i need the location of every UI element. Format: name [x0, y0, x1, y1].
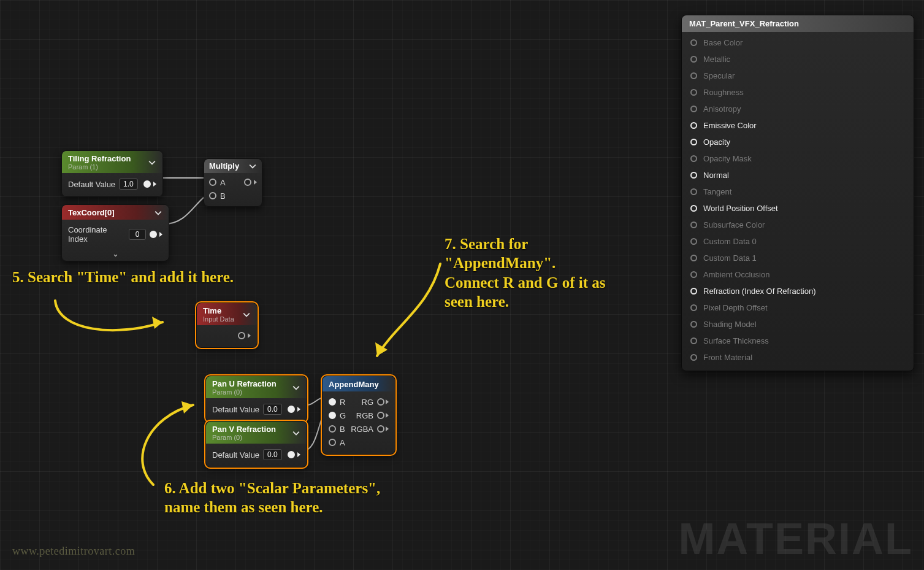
- output-pin-rgb[interactable]: [377, 412, 384, 419]
- node-header[interactable]: Pan U Refraction Param (0): [206, 376, 307, 398]
- material-pin-icon[interactable]: [690, 155, 697, 162]
- material-pin-row[interactable]: Base Color: [682, 34, 914, 51]
- default-value-input[interactable]: 0.0: [263, 404, 282, 415]
- material-pin-icon[interactable]: [690, 255, 697, 261]
- node-pan-u-refraction[interactable]: Pan U Refraction Param (0) Default Value…: [205, 376, 307, 422]
- node-title: Pan V Refraction: [212, 425, 276, 434]
- material-pin-icon[interactable]: [690, 238, 697, 245]
- node-header[interactable]: Tiling Refraction Param (1): [62, 151, 162, 173]
- chevron-down-icon[interactable]: ⌄: [62, 249, 169, 261]
- material-pin-icon[interactable]: [690, 56, 697, 63]
- material-pin-icon[interactable]: [690, 188, 697, 195]
- svg-marker-1: [181, 401, 193, 414]
- material-pin-label: Refraction (Index Of Refraction): [703, 287, 816, 296]
- chevron-down-icon[interactable]: [248, 162, 257, 171]
- node-header[interactable]: Multiply: [204, 159, 262, 173]
- output-pin-rg[interactable]: [377, 398, 384, 406]
- node-texcoord[interactable]: TexCoord[0] Coordinate Index 0 ⌄: [61, 204, 169, 261]
- material-pin-icon[interactable]: [690, 354, 697, 361]
- material-pin-row[interactable]: Subsurface Color: [682, 217, 914, 233]
- input-pin-g[interactable]: [329, 412, 336, 419]
- material-pin-row[interactable]: Ambient Occlusion: [682, 266, 914, 283]
- watermark-label: MATERIAL: [678, 514, 913, 564]
- material-pin-icon[interactable]: [690, 271, 697, 278]
- material-pin-row[interactable]: Anisotropy: [682, 101, 914, 117]
- default-value-input[interactable]: 1.0: [119, 179, 138, 190]
- material-output-panel[interactable]: MAT_Parent_VFX_Refraction Base ColorMeta…: [681, 15, 914, 371]
- node-tiling-refraction[interactable]: Tiling Refraction Param (1) Default Valu…: [61, 150, 163, 197]
- default-value-label: Default Value: [212, 405, 259, 414]
- pin-label: R: [340, 398, 345, 407]
- material-pin-icon[interactable]: [690, 72, 697, 79]
- node-header[interactable]: Time Input Data: [197, 303, 257, 325]
- material-pin-icon[interactable]: [690, 139, 697, 145]
- default-value-label: Default Value: [212, 450, 259, 460]
- material-pin-row[interactable]: Shading Model: [682, 316, 914, 333]
- output-pin[interactable]: [238, 332, 245, 339]
- chevron-down-icon[interactable]: [292, 383, 300, 392]
- chevron-down-icon[interactable]: [148, 158, 156, 167]
- material-pin-row[interactable]: Tangent: [682, 183, 914, 200]
- material-graph-canvas[interactable]: Tiling Refraction Param (1) Default Valu…: [0, 0, 924, 570]
- pin-label: G: [340, 411, 346, 420]
- chevron-down-icon[interactable]: [154, 209, 162, 217]
- material-pin-row[interactable]: Custom Data 1: [682, 250, 914, 266]
- input-pin-a[interactable]: [209, 179, 216, 186]
- material-pin-row[interactable]: Specular: [682, 67, 914, 84]
- material-pin-label: Opacity Mask: [703, 154, 752, 163]
- material-pin-icon[interactable]: [690, 39, 697, 46]
- material-pin-row[interactable]: Opacity Mask: [682, 150, 914, 167]
- material-pin-row[interactable]: Normal: [682, 167, 914, 183]
- chevron-down-icon[interactable]: [242, 310, 251, 319]
- input-pin-r[interactable]: [329, 398, 336, 406]
- node-header[interactable]: AppendMany: [323, 376, 395, 391]
- material-pin-label: Roughness: [703, 88, 744, 97]
- material-pin-row[interactable]: Metallic: [682, 51, 914, 67]
- output-pin[interactable]: [288, 406, 295, 413]
- node-subtitle: Param (1): [68, 163, 131, 171]
- material-pin-row[interactable]: Roughness: [682, 84, 914, 101]
- output-pin[interactable]: [244, 179, 251, 186]
- material-pin-icon[interactable]: [690, 172, 697, 179]
- material-pin-icon[interactable]: [690, 205, 697, 212]
- coord-index-input[interactable]: 0: [129, 229, 146, 240]
- material-pin-label: Custom Data 1: [703, 253, 757, 263]
- node-time[interactable]: Time Input Data: [196, 302, 258, 348]
- material-pin-icon[interactable]: [690, 337, 697, 344]
- output-pin-rgba[interactable]: [377, 425, 384, 433]
- material-pin-row[interactable]: Front Material: [682, 349, 914, 366]
- node-pan-v-refraction[interactable]: Pan V Refraction Param (0) Default Value…: [205, 421, 307, 468]
- material-pin-row[interactable]: Custom Data 0: [682, 233, 914, 250]
- node-title: AppendMany: [329, 380, 379, 389]
- node-title: TexCoord[0]: [68, 208, 115, 217]
- material-pin-icon[interactable]: [690, 221, 697, 228]
- default-value-input[interactable]: 0.0: [263, 449, 282, 460]
- material-pin-row[interactable]: Emissive Color: [682, 117, 914, 134]
- node-header[interactable]: TexCoord[0]: [62, 205, 169, 220]
- input-pin-b[interactable]: [329, 425, 336, 433]
- material-pin-row[interactable]: Opacity: [682, 134, 914, 150]
- material-pin-icon[interactable]: [690, 321, 697, 328]
- material-pin-row[interactable]: World Position Offset: [682, 200, 914, 217]
- input-pin-a[interactable]: [329, 439, 336, 446]
- output-pin[interactable]: [288, 451, 295, 458]
- node-header[interactable]: Pan V Refraction Param (0): [206, 422, 307, 444]
- chevron-down-icon[interactable]: [292, 429, 300, 437]
- material-pin-label: Anisotropy: [703, 104, 741, 114]
- material-pin-row[interactable]: Surface Thickness: [682, 333, 914, 349]
- input-pin-b[interactable]: [209, 192, 216, 199]
- material-pin-icon[interactable]: [690, 106, 697, 112]
- material-pin-icon[interactable]: [690, 122, 697, 129]
- material-pin-row[interactable]: Pixel Depth Offset: [682, 299, 914, 316]
- material-pin-icon[interactable]: [690, 288, 697, 295]
- material-pin-row[interactable]: Refraction (Index Of Refraction): [682, 283, 914, 299]
- node-title: Time: [203, 306, 221, 315]
- material-pin-icon[interactable]: [690, 304, 697, 311]
- material-pin-icon[interactable]: [690, 89, 697, 96]
- node-subtitle: Param (0): [212, 434, 276, 441]
- node-append-many[interactable]: AppendMany R RG G RGB B RGBA: [322, 376, 395, 455]
- annotation-7: 7. Search for "AppendMany". Connect R an…: [445, 234, 606, 311]
- output-pin[interactable]: [143, 180, 151, 188]
- output-pin[interactable]: [150, 231, 157, 238]
- node-multiply[interactable]: Multiply A B: [204, 158, 262, 207]
